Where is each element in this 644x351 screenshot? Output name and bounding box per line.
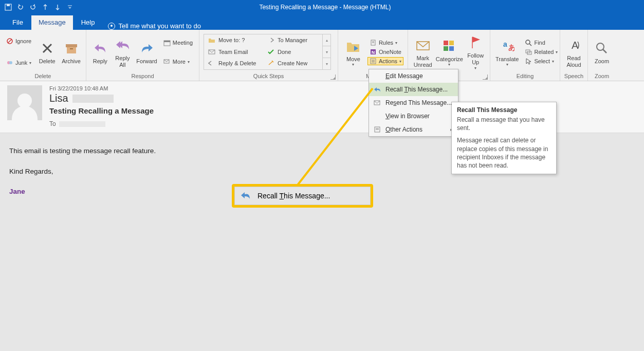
reply-all-label: Reply All [115,55,130,68]
select-label: Select [534,58,550,64]
quick-access-toolbar [0,3,78,11]
move-label: Move [346,56,360,63]
translate-label: Translate [495,56,519,63]
translate-button[interactable]: aあTranslate▾ [494,37,520,67]
meeting-button[interactable]: Meeting [161,39,195,47]
mark-unread-button[interactable]: Mark Unread [412,36,433,68]
zoom-icon [594,40,610,57]
svg-point-29 [526,40,530,44]
save-icon[interactable] [4,3,12,11]
archive-label: Archive [62,58,81,65]
group-zoom: Zoom Zoom [588,30,616,81]
svg-rect-1 [7,4,10,6]
qs-move-to[interactable]: Move to: ? [204,34,263,46]
next-icon[interactable] [53,3,62,11]
forward-button[interactable]: Forward [135,39,158,65]
qs-reply-delete[interactable]: Reply & Delete [204,58,263,69]
delete-icon [39,40,56,57]
categorize-button[interactable]: Categorize▾ [436,37,462,67]
reply-all-button[interactable]: Reply All [113,36,133,68]
group-quick-steps: Move to: ? Team Email Reply & Delete To … [199,30,338,81]
categorize-icon [441,38,457,54]
group-editing: aあTranslate▾ Find Related▾ Select▾ Editi… [490,30,560,81]
rules-button[interactable]: Rules▾ [367,39,403,47]
resend-icon [373,99,381,107]
qs-reply-delete-label: Reply & Delete [218,60,256,66]
svg-rect-10 [164,41,170,42]
reply-all-icon [114,37,131,53]
qs-done[interactable]: Done [263,46,322,58]
qs-gallery-scroll[interactable]: ▴▾▾ [322,34,330,69]
delete-button[interactable]: Delete [36,39,58,65]
group-respond: Reply Reply All Forward Meeting More▾ Re… [86,30,199,81]
other-actions-icon [373,125,381,134]
move-icon [345,38,361,54]
tooltip-text-1: Recall a message that you have sent. [457,116,551,132]
junk-label: Junk [15,60,27,66]
follow-up-label: Follow Up [467,52,484,65]
find-button[interactable]: Find [523,39,560,47]
related-label: Related [534,49,554,55]
actions-button[interactable]: Actions▾ [367,57,403,65]
reply-button[interactable]: Reply [90,39,110,65]
tell-me-search[interactable]: Tell me what you want to do [103,22,206,30]
sent-date: Fri 3/22/2019 10:48 AM [49,85,637,91]
envelope-icon [415,37,431,53]
reply-icon [92,40,108,57]
rules-label: Rules [379,40,393,46]
meeting-label: Meeting [173,40,193,46]
tab-help[interactable]: Help [74,15,102,30]
qs-team-email[interactable]: Team Email [204,46,263,58]
svg-text:あ: あ [508,43,514,51]
more-respond-button[interactable]: More▾ [161,58,195,65]
zoom-button[interactable]: Zoom [592,39,612,65]
svg-rect-6 [66,44,77,47]
tell-me-label: Tell me what you want to do [118,22,200,30]
recall-icon [240,191,250,201]
actions-menu: Edit Message Recall This Message... Rese… [369,69,458,137]
related-button[interactable]: Related▾ [523,48,560,56]
title-bar: Testing Recalling a Message - Message (H… [0,0,644,14]
ribbon-tabs: File Message Help Tell me what you want … [0,14,644,30]
svg-rect-23 [444,41,448,45]
move-button[interactable]: Move▾ [342,37,364,67]
to-label: To [49,120,56,127]
onenote-button[interactable]: NOneNote [367,48,403,56]
group-speech: ARead Aloud Speech [560,30,588,81]
window-title: Testing Recalling a Message - Message (H… [78,4,572,11]
callout-label: Recall This Message... [257,192,330,200]
previous-icon[interactable] [41,3,49,11]
menu-view-in-browser[interactable]: View in Browser [369,109,458,123]
menu-other-actions[interactable]: Other Actions▸ [369,123,458,136]
menu-edit-message[interactable]: Edit Message [369,69,458,83]
archive-icon [63,40,80,57]
recall-tooltip: Recall This Message Recall a message tha… [451,102,557,174]
menu-resend-message[interactable]: Resend This Message... [369,96,458,109]
tab-file[interactable]: File [5,15,30,30]
qs-to-manager[interactable]: To Manager [263,34,322,46]
quick-steps-launcher[interactable] [330,75,336,80]
blank-icon [373,112,381,120]
categorize-label: Categorize [436,56,463,63]
group-delete: Ignore Junk▾ Delete Archive Delete [0,30,86,81]
sender-avatar [7,85,42,120]
quick-steps-gallery[interactable]: Move to: ? Team Email Reply & Delete To … [204,34,331,70]
ignore-button[interactable]: Ignore [4,37,33,45]
read-aloud-button[interactable]: ARead Aloud [564,36,583,68]
menu-recall-message[interactable]: Recall This Message... [369,83,458,96]
customize-qat-icon[interactable] [66,3,74,11]
tab-message[interactable]: Message [31,15,73,30]
archive-button[interactable]: Archive [61,39,82,65]
mark-unread-label: Mark Unread [414,55,432,68]
group-respond-label: Respond [86,72,199,81]
tags-launcher[interactable] [483,75,488,80]
read-aloud-label: Read Aloud [566,55,581,68]
lightbulb-icon [108,23,115,30]
redo-icon[interactable] [29,3,37,11]
qs-create-new[interactable]: Create New [263,58,322,69]
select-button[interactable]: Select▾ [523,57,560,65]
junk-button[interactable]: Junk▾ [4,59,33,67]
zoom-label: Zoom [595,58,609,65]
follow-up-button[interactable]: Follow Up▾ [465,33,486,70]
undo-icon[interactable] [16,3,25,11]
